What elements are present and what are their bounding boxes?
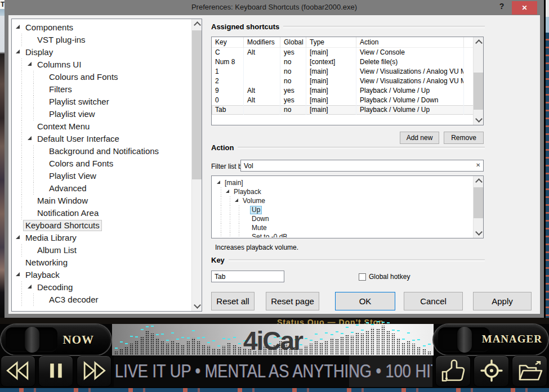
scroll-down-icon[interactable] — [475, 115, 483, 123]
open-folder-button[interactable] — [512, 355, 547, 387]
expanded-node-icon[interactable] — [235, 199, 238, 202]
preferences-tree-item-networking[interactable]: Networking — [16, 256, 191, 269]
action-tree-scrollbar[interactable] — [473, 176, 483, 238]
scrollbar-thumb[interactable] — [474, 73, 483, 110]
next-track-button[interactable] — [77, 355, 111, 387]
help-button[interactable]: ? — [496, 2, 508, 13]
expanded-node-icon[interactable] — [28, 136, 32, 140]
preferences-tree-item-display[interactable]: Display — [16, 46, 191, 58]
expanded-node-icon[interactable] — [217, 181, 220, 184]
shortcut-row-2[interactable]: 2no[main]View / Visualizations / Analog … — [212, 76, 474, 86]
preferences-tree-item-keyboard-shortcuts[interactable]: Keyboard Shortcuts — [16, 219, 191, 232]
action-tree-item-mute[interactable]: Mute — [217, 223, 474, 232]
preferences-tree-item-ac3-decoder[interactable]: AC3 decoder — [16, 294, 191, 306]
expanded-node-icon[interactable] — [28, 285, 32, 289]
toggle-knob[interactable] — [25, 327, 39, 353]
column-header-key[interactable]: Key — [212, 37, 244, 48]
rate-button[interactable] — [435, 355, 471, 387]
scroll-down-icon[interactable] — [194, 301, 201, 309]
reset-page-button[interactable]: Reset page — [266, 292, 319, 310]
shortcut-row-c[interactable]: CAltyes[main]View / Console — [212, 48, 474, 57]
scroll-up-icon[interactable] — [194, 21, 201, 29]
preferences-tree-item-playlist-view[interactable]: Playlist view — [16, 108, 191, 120]
preferences-tree-item-main-window[interactable]: Main Window — [16, 195, 191, 207]
action-tree-item-main[interactable]: [main] — [217, 178, 474, 187]
preferences-tree-item-media-library[interactable]: Media Library — [16, 232, 191, 244]
add-new-button[interactable]: Add new — [400, 132, 439, 144]
pause-button[interactable] — [38, 355, 73, 387]
tree-guide-line — [16, 108, 28, 120]
manager-toggle[interactable]: MANAGER — [434, 325, 548, 355]
previous-track-button[interactable] — [1, 355, 35, 387]
preferences-tree-scrollbar[interactable] — [191, 19, 202, 311]
shortcut-row-9[interactable]: 9Altyes[main]Playback / Volume / Up — [212, 86, 474, 96]
scroll-up-icon[interactable] — [475, 178, 483, 186]
expanded-node-icon[interactable] — [16, 235, 20, 239]
clear-filter-icon[interactable]: ✕ — [476, 162, 480, 168]
toggle-knob[interactable] — [457, 327, 472, 353]
preferences-tree-item-columns-ui[interactable]: Columns UI — [16, 58, 191, 71]
preferences-tree-item-label: Playlist switcher — [47, 96, 111, 107]
column-header-action[interactable]: Action — [356, 37, 464, 48]
shortcut-cell: no — [280, 67, 306, 76]
scroll-down-icon[interactable] — [475, 228, 483, 236]
action-tree-item-playback[interactable]: Playback — [217, 187, 474, 196]
scroll-up-icon[interactable] — [475, 39, 483, 47]
tree-guide-line — [226, 232, 235, 237]
global-hotkey-checkbox[interactable]: Global hotkey — [359, 273, 410, 281]
tree-guide-line — [16, 83, 28, 96]
scrollbar-thumb[interactable] — [192, 30, 202, 179]
tree-guide-line — [226, 214, 235, 223]
preferences-tree-item-advanced[interactable]: Advanced — [16, 182, 191, 195]
expanded-node-icon[interactable] — [16, 49, 20, 53]
close-button[interactable]: ✕ — [512, 1, 537, 15]
preferences-tree-item-colors-and-fonts[interactable]: Colors and Fonts — [16, 157, 191, 170]
key-input[interactable] — [211, 271, 284, 282]
shortcut-row-0[interactable]: 0Altyes[main]Playback / Volume / Down — [212, 96, 474, 105]
action-tree-item-volume[interactable]: Volume — [217, 196, 474, 205]
preferences-tree: ComponentsVST plug-insDisplayColumns UIC… — [12, 20, 191, 310]
expanded-node-icon[interactable] — [16, 25, 20, 29]
action-group-header: Action — [211, 143, 485, 152]
expanded-node-icon[interactable] — [16, 272, 20, 276]
preferences-tree-item-background-and-notifications[interactable]: Background and Notifications — [16, 145, 191, 157]
reset-all-button[interactable]: Reset all — [211, 292, 255, 310]
checkbox-icon[interactable] — [359, 273, 366, 281]
shortcut-row-num-8[interactable]: Num 8no[context]Delete file(s) — [212, 57, 474, 67]
preferences-tree-item-album-list[interactable]: Album List — [16, 244, 191, 256]
shortcuts-table-scrollbar[interactable] — [473, 37, 483, 125]
preferences-tree-item-playlist-switcher[interactable]: Playlist switcher — [16, 96, 191, 108]
expanded-node-icon[interactable] — [226, 190, 229, 193]
action-tree-item-down[interactable]: Down — [217, 214, 474, 223]
expanded-node-icon[interactable] — [28, 62, 32, 66]
column-header-global[interactable]: Global — [280, 37, 306, 48]
filter-input[interactable] — [240, 160, 484, 172]
preferences-tree-item-label: Context Menu — [35, 121, 92, 132]
preferences-tree-item-components[interactable]: Components — [16, 21, 191, 34]
action-tree-item-up[interactable]: Up — [217, 205, 474, 214]
remove-button[interactable]: Remove — [444, 132, 484, 144]
shortcut-row-tab[interactable]: Tabno[main]Playback / Volume / Up — [212, 105, 474, 115]
tree-guide-line — [16, 34, 28, 46]
preferences-tree-item-label: Keyboard Shortcuts — [23, 220, 102, 231]
scrollbar-thumb[interactable] — [474, 187, 483, 218]
now-toggle[interactable]: NOW — [1, 325, 111, 355]
preferences-tree-item-vst-plug-ins[interactable]: VST plug-ins — [16, 34, 191, 46]
column-header-modifiers[interactable]: Modifiers — [244, 37, 280, 48]
cancel-button[interactable]: Cancel — [404, 292, 463, 310]
preferences-tree-item-default-user-interface[interactable]: Default User Interface — [16, 133, 191, 145]
locate-track-button[interactable] — [474, 355, 509, 387]
dialog-titlebar[interactable]: Preferences: Keyboard Shortcuts (foobar2… — [5, 0, 544, 15]
preferences-tree-item-playback[interactable]: Playback — [16, 269, 191, 281]
action-tree-item-set-to-0-db[interactable]: Set to -0 dB — [217, 232, 474, 237]
preferences-tree-item-colours-and-fonts[interactable]: Colours and Fonts — [16, 71, 191, 83]
preferences-tree-item-filters[interactable]: Filters — [16, 83, 191, 96]
preferences-tree-item-decoding[interactable]: Decoding — [16, 281, 191, 294]
ok-button[interactable]: OK — [335, 292, 395, 310]
apply-button[interactable]: Apply — [473, 292, 532, 310]
preferences-tree-item-context-menu[interactable]: Context Menu — [16, 120, 191, 133]
column-header-type[interactable]: Type — [306, 37, 356, 48]
preferences-tree-item-notification-area[interactable]: Notification Area — [16, 207, 191, 219]
shortcut-row-1[interactable]: 1no[main]View / Visualizations / Analog … — [212, 67, 474, 76]
preferences-tree-item-playlist-view[interactable]: Playlist View — [16, 170, 191, 182]
